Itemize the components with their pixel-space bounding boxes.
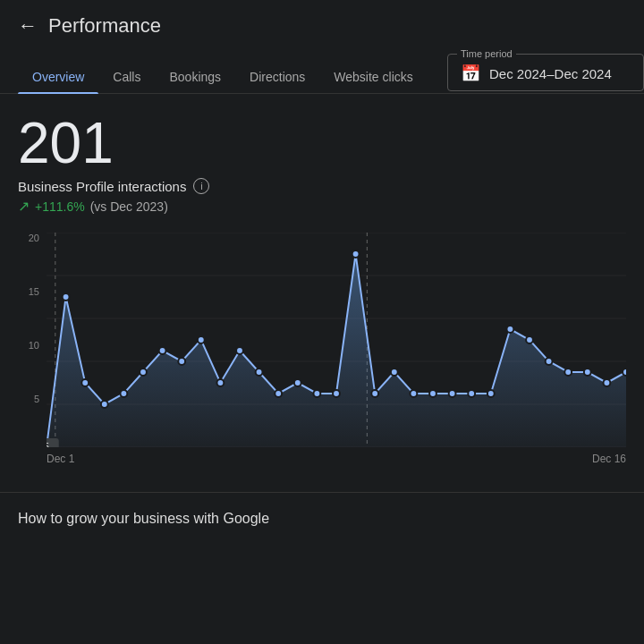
- tab-bookings[interactable]: Bookings: [155, 61, 235, 93]
- trend-arrow-icon: ↗: [18, 198, 30, 215]
- time-period-selector[interactable]: Time period 📅 Dec 2024–Dec 2024: [447, 54, 644, 91]
- svg-point-25: [352, 250, 360, 258]
- svg-point-15: [159, 347, 166, 354]
- svg-point-12: [101, 401, 108, 408]
- time-period-text: Dec 2024–Dec 2024: [489, 66, 612, 81]
- line-chart: 5: [47, 233, 626, 447]
- calendar-icon: 📅: [461, 64, 480, 83]
- tab-website-clicks[interactable]: Website clicks: [319, 61, 427, 93]
- svg-point-31: [468, 390, 475, 397]
- svg-text:5: 5: [47, 441, 49, 447]
- svg-point-19: [236, 347, 243, 354]
- x-label-dec1: Dec 1: [47, 453, 74, 465]
- back-icon: ←: [18, 16, 38, 36]
- svg-point-32: [487, 390, 495, 397]
- svg-point-20: [256, 369, 263, 376]
- main-content: 201 Business Profile interactions i ↗ +1…: [0, 94, 644, 483]
- y-label-20: 20: [18, 233, 39, 243]
- svg-point-39: [623, 369, 626, 376]
- x-label-dec16: Dec 16: [592, 453, 626, 465]
- svg-point-27: [391, 369, 398, 376]
- svg-point-13: [120, 390, 127, 397]
- chart-area: 20 15 10 5: [18, 233, 626, 447]
- time-period-value: 📅 Dec 2024–Dec 2024: [461, 60, 631, 83]
- svg-point-21: [275, 390, 282, 397]
- back-button[interactable]: ←: [18, 16, 38, 36]
- metric-label: Business Profile interactions i: [18, 178, 626, 194]
- trend-indicator: ↗ +111.6% (vs Dec 2023): [18, 198, 626, 215]
- header: ← Performance: [0, 0, 644, 52]
- svg-point-11: [81, 379, 89, 386]
- bottom-section: How to grow your business with Google: [0, 492, 644, 545]
- tab-overview[interactable]: Overview: [18, 61, 98, 93]
- svg-point-29: [429, 390, 436, 397]
- y-label-5: 5: [18, 394, 39, 404]
- y-axis: 20 15 10 5: [18, 233, 47, 447]
- x-axis: Dec 1 Dec 16: [18, 447, 626, 465]
- svg-point-10: [63, 293, 70, 301]
- y-label-15: 15: [18, 286, 39, 297]
- svg-point-14: [140, 369, 147, 376]
- svg-point-26: [371, 390, 378, 397]
- chart-container: 20 15 10 5: [18, 233, 626, 483]
- svg-point-22: [294, 379, 301, 386]
- svg-point-18: [216, 379, 224, 386]
- time-period-label: Time period: [457, 48, 516, 59]
- svg-point-37: [584, 369, 591, 376]
- svg-point-38: [603, 379, 610, 386]
- svg-point-30: [449, 390, 456, 397]
- tab-directions[interactable]: Directions: [235, 61, 319, 93]
- svg-point-33: [506, 326, 513, 333]
- info-icon[interactable]: i: [193, 178, 209, 194]
- y-label-10: 10: [18, 340, 39, 351]
- trend-comparison: (vs Dec 2023): [90, 199, 168, 214]
- trend-value: +111.6%: [35, 199, 85, 214]
- tab-calls[interactable]: Calls: [98, 61, 155, 93]
- svg-point-23: [313, 390, 320, 397]
- svg-point-24: [333, 390, 340, 397]
- page-title: Performance: [48, 14, 161, 38]
- grow-title: How to grow your business with Google: [18, 511, 626, 527]
- svg-point-16: [178, 358, 185, 365]
- svg-point-28: [410, 390, 417, 397]
- svg-point-17: [198, 336, 205, 343]
- svg-point-36: [564, 369, 572, 376]
- metric-value: 201: [18, 112, 626, 174]
- svg-point-35: [546, 358, 553, 365]
- svg-point-34: [526, 336, 533, 343]
